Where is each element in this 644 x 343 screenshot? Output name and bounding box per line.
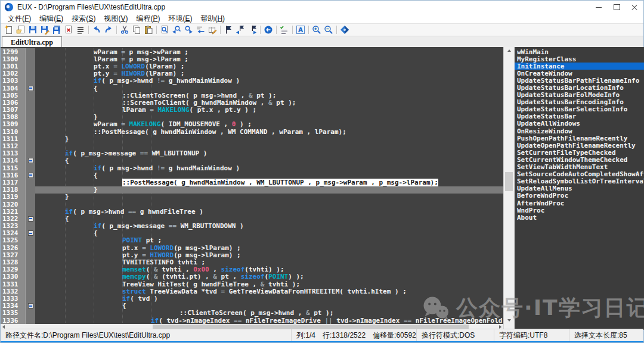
- code-text[interactable]: [35, 201, 503, 208]
- code-line[interactable]: 1332struct TreeViewData *tvd = GetTreeVi…: [1, 288, 503, 295]
- code-text[interactable]: pt.y = HIWORD(p_msg->lParam) ;: [35, 251, 503, 258]
- line-number[interactable]: 1318: [1, 186, 26, 194]
- code-text[interactable]: pt.x = LOWORD(lParam) ;: [35, 63, 503, 70]
- line-number[interactable]: 1302: [1, 70, 26, 77]
- line-number[interactable]: 1330: [1, 273, 26, 280]
- line-number[interactable]: 1307: [1, 107, 26, 114]
- symbol-item[interactable]: UpdateAllWindows: [515, 120, 644, 127]
- code-line[interactable]: 1312: [1, 142, 503, 149]
- find-button[interactable]: [159, 24, 171, 35]
- code-line[interactable]: 1326pt.x = LOWORD(p_msg->lParam) ;: [1, 244, 503, 251]
- line-number[interactable]: 1308: [1, 114, 26, 121]
- line-number[interactable]: 1334: [1, 303, 26, 310]
- symbol-item[interactable]: AfterWndProc: [515, 199, 644, 207]
- close-file-button[interactable]: [63, 24, 75, 35]
- code-text[interactable]: if( p_msg->message == WM_LBUTTONUP ): [35, 150, 503, 157]
- line-number[interactable]: 1329: [1, 266, 26, 273]
- line-number[interactable]: 1315: [1, 164, 26, 172]
- replace-in-files-button[interactable]: [206, 24, 218, 35]
- line-number[interactable]: 1309: [1, 121, 26, 128]
- fold-collapse-icon[interactable]: [28, 86, 33, 91]
- code-line[interactable]: 1333if( tvd ): [1, 295, 503, 302]
- code-text[interactable]: {: [35, 303, 503, 310]
- code-line[interactable]: 1315if( p_msg->hwnd != g_hwndMainWindow …: [1, 164, 503, 172]
- code-line[interactable]: 1306::ScreenToClient( g_hwndMainWindow ,…: [1, 99, 503, 106]
- line-number[interactable]: 1323: [1, 223, 26, 230]
- about-button[interactable]: [339, 24, 351, 35]
- line-number[interactable]: 1311: [1, 135, 26, 142]
- code-line[interactable]: 1314{: [1, 157, 503, 164]
- copy-button[interactable]: [131, 24, 143, 35]
- find-previous-button[interactable]: [171, 24, 182, 35]
- open-file-button[interactable]: [15, 24, 27, 35]
- line-number[interactable]: 1310: [1, 128, 26, 135]
- code-text[interactable]: {: [35, 215, 503, 222]
- code-line[interactable]: 1321if( p_msg->hwnd == g_hwndFileTree ): [1, 208, 503, 215]
- code-editor[interactable]: 1299wParam = p_msg->wParam ;1300lParam =…: [1, 47, 503, 330]
- find-next-button[interactable]: [182, 24, 194, 35]
- code-text[interactable]: }: [35, 186, 503, 194]
- code-line[interactable]: 1318}: [1, 186, 503, 194]
- line-number[interactable]: 1328: [1, 258, 26, 266]
- code-text[interactable]: {: [35, 157, 503, 164]
- line-number[interactable]: 1324: [1, 230, 26, 237]
- code-line[interactable]: 1316{: [1, 172, 503, 179]
- code-text[interactable]: }: [35, 114, 503, 121]
- symbol-item[interactable]: PushOpenPathFilenameRecently: [515, 135, 644, 142]
- code-text[interactable]: if( tvd->nImageIndex == nFileTreeImageDr…: [35, 317, 503, 324]
- line-number[interactable]: 1306: [1, 99, 26, 106]
- menu-item-e[interactable]: 环境(E): [164, 14, 196, 24]
- code-line[interactable]: 1331TreeView_HitTest( g_hwndFileTree , &…: [1, 280, 503, 288]
- symbol-list[interactable]: wWinMainMyRegisterClassInitInstanceOnCre…: [514, 47, 644, 330]
- code-line[interactable]: 1324{: [1, 230, 503, 237]
- code-text[interactable]: wParam = p_msg->wParam ;: [35, 48, 503, 55]
- code-text[interactable]: ::ScreenToClient( g_hwndMainWindow , & p…: [35, 99, 503, 106]
- code-line[interactable]: 1304{: [1, 85, 503, 92]
- line-number[interactable]: 1332: [1, 288, 26, 295]
- save-file-as-button[interactable]: [39, 24, 51, 35]
- symbol-item[interactable]: UpdateStatusBarSelectionInfo: [515, 106, 644, 113]
- symbol-item[interactable]: SetSourceCodeAutoCompletedShowAfter: [515, 171, 644, 178]
- fold-collapse-icon[interactable]: [28, 173, 33, 178]
- vertical-scrollbar[interactable]: [503, 47, 514, 330]
- code-text[interactable]: pt.x = LOWORD(p_msg->lParam) ;: [35, 244, 503, 251]
- code-line[interactable]: 1336if( tvd->nImageIndex == nFileTreeIma…: [1, 317, 503, 324]
- fold-collapse-icon[interactable]: [28, 158, 33, 163]
- symbol-item[interactable]: UpdateStatusBarLocationInfo: [515, 84, 644, 91]
- next-bookmark-button[interactable]: [246, 24, 258, 35]
- code-text[interactable]: }: [35, 194, 503, 201]
- line-number[interactable]: 1313: [1, 150, 26, 157]
- save-all-files-button[interactable]: [51, 24, 63, 35]
- code-text[interactable]: ::PostMessage( g_hwndMainWindow , WM_COM…: [35, 128, 503, 135]
- symbol-item[interactable]: SetReloadSymbolListOrTreeIntervalMe: [515, 178, 644, 185]
- code-text[interactable]: lParam = MAKELONG( pt.x , pt.y ) ;: [35, 107, 503, 114]
- syntax-highlight-button[interactable]: A: [295, 24, 306, 35]
- redo-button[interactable]: [103, 24, 114, 35]
- code-text[interactable]: struct TreeViewData *tvd = GetTreeViewDa…: [35, 288, 503, 295]
- menu-item-p[interactable]: 编程(P): [132, 14, 164, 24]
- previous-bookmark-button[interactable]: [234, 24, 246, 35]
- save-file-button[interactable]: [27, 24, 39, 35]
- code-line[interactable]: 1309wParam = MAKELONG( IDM_MOUSEMOVE , 0…: [1, 121, 503, 128]
- code-line[interactable]: 1303if( p_msg->hwnd != g_hwndMainWindow …: [1, 77, 503, 85]
- symbol-item[interactable]: BeforeWndProc: [515, 192, 644, 199]
- code-line[interactable]: 1308}: [1, 114, 503, 121]
- undo-button[interactable]: [91, 24, 103, 35]
- symbol-item[interactable]: OnCreateWindow: [515, 70, 644, 77]
- line-number[interactable]: 1303: [1, 77, 26, 85]
- code-text[interactable]: if( p_msg->message == WM_RBUTTONDOWN ): [35, 223, 503, 230]
- code-line[interactable]: 1335::ClientToScreen( p_msg->hwnd , & pt…: [1, 310, 503, 317]
- code-text[interactable]: }: [35, 135, 503, 142]
- code-line[interactable]: 1301pt.x = LOWORD(lParam) ;: [1, 63, 503, 70]
- close-button[interactable]: [626, 1, 643, 14]
- file-list-button[interactable]: [75, 24, 86, 35]
- symbol-item[interactable]: UpdateStatusBar: [515, 113, 644, 120]
- code-text[interactable]: TreeView_HitTest( g_hwndFileTree , & tvh…: [35, 280, 503, 288]
- toggle-bookmark-button[interactable]: [222, 24, 234, 35]
- zoom-in-button[interactable]: [311, 24, 323, 35]
- code-line[interactable]: 1300lParam = p_msg->lParam ;: [1, 55, 503, 63]
- code-line[interactable]: 1311}: [1, 135, 503, 142]
- code-line[interactable]: 1302pt.y = HIWORD(lParam) ;: [1, 70, 503, 77]
- symbol-item[interactable]: OnResizeWindow: [515, 127, 644, 135]
- code-line[interactable]: 1307lParam = MAKELONG( pt.x , pt.y ) ;: [1, 107, 503, 114]
